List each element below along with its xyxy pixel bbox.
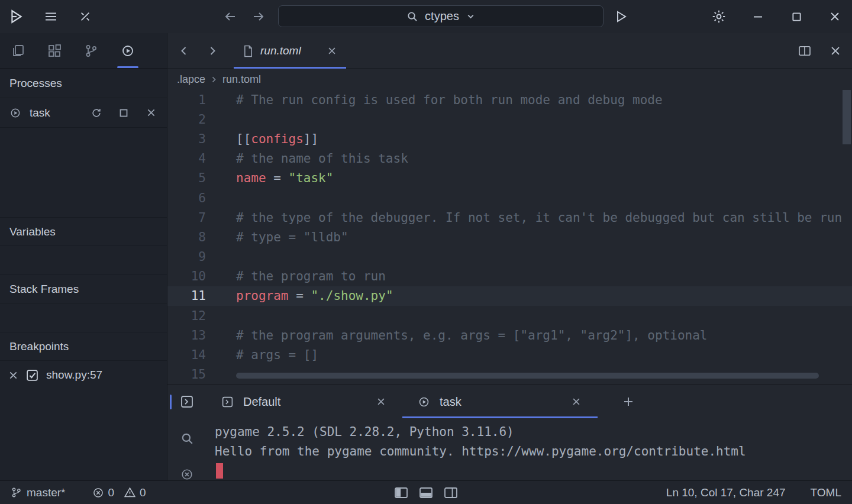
line-number[interactable]: 8	[167, 230, 206, 244]
close-process-icon[interactable]	[144, 106, 157, 119]
line-number[interactable]: 12	[167, 309, 206, 323]
search-icon	[406, 11, 418, 22]
code-line[interactable]: 2	[167, 109, 852, 129]
line-number[interactable]: 10	[167, 269, 206, 283]
toggle-bottom-panel-icon[interactable]	[418, 485, 434, 500]
line-number[interactable]: 15	[167, 367, 206, 382]
toggle-right-panel-icon[interactable]	[443, 485, 459, 500]
run-button[interactable]	[613, 9, 630, 24]
process-item-task[interactable]: task	[0, 98, 167, 128]
source-control-icon[interactable]	[78, 38, 104, 64]
line-number[interactable]: 6	[167, 191, 206, 205]
line-number[interactable]: 14	[167, 348, 206, 362]
breadcrumb-folder[interactable]: .lapce	[177, 73, 205, 86]
warning-icon	[124, 486, 136, 499]
code-line[interactable]: 5name = "task"	[167, 169, 852, 188]
code-line[interactable]: 3[[configs]]	[167, 129, 852, 148]
active-panel-indicator	[170, 395, 172, 409]
code-text: name = "task"	[236, 171, 333, 185]
line-number[interactable]: 5	[167, 171, 206, 185]
git-branch-label: master*	[27, 486, 65, 499]
breadcrumb-file[interactable]: run.toml	[222, 73, 261, 86]
warning-count: 0	[140, 486, 146, 499]
horizontal-scrollbar[interactable]	[236, 373, 819, 379]
close-tab-icon[interactable]	[327, 46, 337, 56]
terminal-line: Hello from the pygame community. https:/…	[215, 441, 852, 461]
stack-frames-section-header[interactable]: Stack Frames	[0, 275, 167, 303]
line-number[interactable]: 3	[167, 132, 206, 146]
split-editor-icon[interactable]	[798, 44, 812, 58]
command-palette[interactable]: ctypes	[278, 5, 604, 27]
tab-next-icon[interactable]	[205, 44, 220, 58]
minimize-button[interactable]	[750, 9, 766, 24]
code-area[interactable]: 1# The run config is used for both run m…	[167, 90, 852, 385]
debug-icon[interactable]	[115, 38, 141, 64]
language-mode[interactable]: TOML	[811, 486, 841, 499]
new-terminal-icon[interactable]	[620, 393, 637, 410]
code-line[interactable]: 6	[167, 188, 852, 208]
stack-frames-list	[0, 303, 167, 332]
settings-gear-icon[interactable]	[711, 9, 727, 24]
cursor-position[interactable]: Ln 10, Col 17, Char 247	[666, 486, 786, 499]
menu-icon[interactable]	[43, 9, 59, 24]
variables-title: Variables	[9, 225, 56, 238]
line-number[interactable]: 4	[167, 151, 206, 166]
terminal-output[interactable]: pygame 2.5.2 (SDL 2.28.2, Python 3.11.6)…	[206, 418, 852, 480]
close-window-button[interactable]	[827, 9, 843, 24]
bottom-panel: Default task pygame 2.5.2 (SDL 2.28.2, P…	[167, 385, 852, 480]
processes-list: task	[0, 98, 167, 218]
terminal-tab-task[interactable]: task	[402, 385, 598, 418]
panel-search-icon[interactable]	[179, 431, 195, 446]
terminal-line: pygame 2.5.2 (SDL 2.28.2, Python 3.11.6)	[215, 422, 852, 441]
line-number[interactable]: 9	[167, 250, 206, 264]
terminal-tab-default[interactable]: Default	[206, 385, 402, 418]
error-indicator[interactable]: 0	[92, 486, 114, 499]
warning-indicator[interactable]: 0	[124, 486, 146, 499]
close-editor-icon[interactable]	[828, 44, 843, 58]
code-line[interactable]: 1# The run config is used for both run m…	[167, 90, 852, 109]
code-line[interactable]: 8# type = "lldb"	[167, 227, 852, 247]
code-line[interactable]: 13# the program arguments, e.g. args = […	[167, 325, 852, 345]
code-line[interactable]: 14# args = []	[167, 345, 852, 364]
tab-prev-icon[interactable]	[177, 44, 191, 58]
line-number[interactable]: 7	[167, 211, 206, 225]
breakpoint-item[interactable]: show.py:57	[0, 361, 167, 389]
code-line[interactable]: 9	[167, 247, 852, 267]
processes-section-header[interactable]: Processes	[0, 69, 167, 98]
code-line[interactable]: 10# the program to run	[167, 267, 852, 286]
maximize-button[interactable]	[788, 9, 805, 24]
line-number[interactable]: 1	[167, 93, 206, 107]
nav-forward-button[interactable]	[250, 9, 267, 24]
code-text: # the program to run	[236, 269, 386, 283]
palette-query: ctypes	[425, 9, 459, 23]
panel-icon-strip	[167, 385, 206, 480]
code-line[interactable]: 12	[167, 306, 852, 325]
git-branch-indicator[interactable]: master*	[11, 486, 65, 499]
code-line[interactable]: 11program = "./show.py"	[167, 286, 852, 306]
code-line[interactable]: 7# the type of the debugger. If not set,…	[167, 208, 852, 227]
nav-back-button[interactable]	[222, 9, 238, 24]
close-terminal-tab-icon[interactable]	[375, 396, 387, 408]
breakpoint-checkbox[interactable]	[26, 369, 38, 382]
extensions-icon[interactable]	[41, 38, 67, 64]
vertical-scrollbar[interactable]	[843, 90, 851, 144]
file-icon	[243, 45, 253, 57]
breakpoints-section-header[interactable]: Breakpoints	[0, 332, 167, 361]
stop-process-icon[interactable]	[117, 106, 130, 119]
code-text: # The run config is used for both run mo…	[236, 93, 663, 107]
code-line[interactable]: 4# the name of this task	[167, 149, 852, 169]
remote-connect-icon[interactable]	[77, 9, 93, 24]
restart-process-icon[interactable]	[90, 106, 103, 119]
line-number[interactable]: 11	[167, 289, 206, 303]
debug-terminal-icon	[418, 396, 430, 408]
line-number[interactable]: 13	[167, 328, 206, 343]
tab-run-toml[interactable]: run.toml	[234, 33, 346, 69]
close-terminal-tab-icon[interactable]	[570, 396, 582, 408]
panel-terminal-icon[interactable]	[179, 394, 195, 409]
sidebar: Processes task	[0, 33, 167, 480]
files-icon[interactable]	[5, 38, 31, 64]
toggle-left-panel-icon[interactable]	[393, 485, 409, 500]
variables-section-header[interactable]: Variables	[0, 218, 167, 246]
line-number[interactable]: 2	[167, 112, 206, 127]
remove-breakpoint-icon[interactable]	[8, 370, 18, 380]
